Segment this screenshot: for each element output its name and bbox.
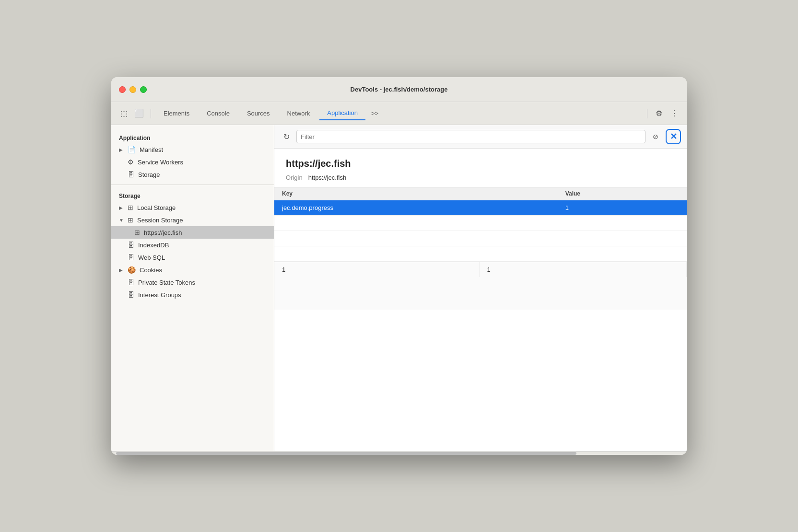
refresh-button[interactable]: ↻ (280, 130, 293, 143)
sidebar-item-cookies[interactable]: ▶ 🍪 Cookies (111, 264, 274, 276)
origin-header: https://jec.fish Origin https://jec.fish (274, 149, 687, 187)
sidebar-label-service-workers: Service Workers (138, 159, 183, 166)
origin-label: Origin (286, 174, 303, 181)
cursor-icon[interactable]: ⬚ (117, 107, 130, 120)
clear-filter-button[interactable]: ⊘ (649, 130, 662, 143)
cell-empty-value (558, 216, 687, 231)
content-body: https://jec.fish Origin https://jec.fish… (274, 149, 687, 451)
tab-sources[interactable]: Sources (239, 107, 278, 120)
content-toolbar: ↻ ⊘ ✕ (274, 125, 687, 149)
data-table: Key Value jec.demo.progress 1 (274, 187, 687, 262)
origin-title: https://jec.fish (286, 158, 675, 169)
sidebar-item-private-state-tokens[interactable]: 🗄 Private State Tokens (111, 276, 274, 289)
col-header-value: Value (558, 187, 687, 200)
web-sql-icon: 🗄 (128, 254, 134, 261)
bottom-cell-1: 1 (274, 262, 479, 277)
bottom-panel: 1 1 (274, 262, 687, 310)
more-options-icon[interactable]: ⋮ (668, 107, 681, 120)
traffic-lights (119, 86, 147, 93)
table-row-empty-1[interactable] (274, 216, 687, 231)
cell-empty-value2 (558, 231, 687, 246)
origin-row: Origin https://jec.fish (286, 174, 675, 181)
settings-icon[interactable]: ⚙ (652, 107, 666, 120)
toolbar-separator (151, 109, 151, 118)
manifest-icon: 📄 (128, 146, 136, 153)
tab-console[interactable]: Console (199, 107, 237, 120)
scrollbar-thumb[interactable] (116, 452, 576, 455)
sidebar-label-storage: Storage (138, 171, 160, 178)
expand-arrow-local-storage: ▶ (119, 205, 124, 210)
toolbar-right: ⚙ ⋮ (644, 107, 681, 120)
cell-value: 1 (558, 200, 687, 216)
bottom-cell-2: 1 (479, 262, 686, 277)
sidebar-separator (111, 185, 274, 185)
close-button[interactable] (119, 86, 126, 93)
toolbar-separator-right (647, 109, 647, 118)
expand-arrow-manifest: ▶ (119, 147, 124, 152)
device-icon[interactable]: ⬜ (132, 107, 146, 120)
interest-groups-icon: 🗄 (128, 291, 134, 299)
sidebar-label-session-storage: Session Storage (137, 217, 183, 224)
maximize-button[interactable] (140, 86, 147, 93)
sidebar-item-service-workers[interactable]: ⚙ Service Workers (111, 156, 274, 168)
local-storage-icon: ⊞ (128, 204, 133, 211)
sidebar-label-indexed-db: IndexedDB (138, 242, 169, 249)
scrollbar-area (111, 451, 687, 455)
content-area: ↻ ⊘ ✕ https://jec.fish Origin https://je… (274, 125, 687, 451)
tab-more[interactable]: >> (367, 107, 382, 120)
sidebar-item-session-storage[interactable]: ▼ ⊞ Session Storage (111, 214, 274, 226)
sidebar-label-private-state-tokens: Private State Tokens (138, 279, 195, 286)
cell-empty (274, 216, 558, 231)
cell-key: jec.demo.progress (274, 200, 558, 216)
table-row-empty-3[interactable] (274, 246, 687, 262)
sidebar-item-manifest[interactable]: ▶ 📄 Manifest (111, 143, 274, 156)
jec-fish-icon: ⊞ (134, 229, 140, 236)
table-row[interactable]: jec.demo.progress 1 (274, 200, 687, 216)
sidebar-item-storage-app[interactable]: 🗄 Storage (111, 168, 274, 181)
table-container: Key Value jec.demo.progress 1 (274, 187, 687, 262)
sidebar-item-interest-groups[interactable]: 🗄 Interest Groups (111, 289, 274, 301)
close-filter-button[interactable]: ✕ (666, 129, 681, 144)
storage-app-icon: 🗄 (128, 171, 134, 178)
sidebar-label-cookies: Cookies (140, 266, 162, 274)
expand-arrow-session-storage: ▼ (119, 218, 124, 223)
window-title: DevTools - jec.fish/demo/storage (351, 86, 448, 93)
filter-input[interactable] (296, 130, 645, 143)
cell-empty2 (274, 231, 558, 246)
sidebar-item-local-storage[interactable]: ▶ ⊞ Local Storage (111, 201, 274, 214)
indexed-db-icon: 🗄 (128, 241, 134, 249)
title-bar: DevTools - jec.fish/demo/storage (111, 77, 687, 102)
table-header: Key Value (274, 187, 687, 200)
sidebar-label-manifest: Manifest (140, 146, 163, 153)
private-state-tokens-icon: 🗄 (128, 278, 134, 286)
col-header-key: Key (274, 187, 558, 200)
cell-empty3 (274, 246, 558, 262)
tab-network[interactable]: Network (280, 107, 318, 120)
devtools-window: DevTools - jec.fish/demo/storage ⬚ ⬜ Ele… (111, 77, 687, 455)
main-container: Application ▶ 📄 Manifest ⚙ Service Worke… (111, 125, 687, 451)
sidebar-label-interest-groups: Interest Groups (138, 291, 181, 299)
sidebar-label-jec-fish: https://jec.fish (144, 229, 182, 236)
sidebar-section-storage: Storage (111, 189, 274, 201)
table-row-empty-2[interactable] (274, 231, 687, 246)
sidebar-item-jec-fish[interactable]: ⊞ https://jec.fish (111, 226, 274, 239)
origin-value: https://jec.fish (308, 174, 346, 181)
service-workers-icon: ⚙ (128, 158, 134, 166)
tab-elements[interactable]: Elements (156, 107, 197, 120)
cookies-icon: 🍪 (128, 266, 136, 274)
expand-arrow-cookies: ▶ (119, 267, 124, 273)
minimize-button[interactable] (129, 86, 136, 93)
sidebar-label-local-storage: Local Storage (137, 204, 176, 211)
sidebar: Application ▶ 📄 Manifest ⚙ Service Worke… (111, 125, 274, 451)
devtools-toolbar: ⬚ ⬜ Elements Console Sources Network App… (111, 102, 687, 125)
session-storage-icon: ⊞ (128, 216, 133, 224)
bottom-row: 1 1 (274, 262, 687, 277)
sidebar-item-indexed-db[interactable]: 🗄 IndexedDB (111, 239, 274, 251)
sidebar-label-web-sql: Web SQL (138, 254, 165, 261)
table-body: jec.demo.progress 1 (274, 200, 687, 262)
sidebar-item-web-sql[interactable]: 🗄 Web SQL (111, 251, 274, 264)
tab-application[interactable]: Application (319, 106, 365, 120)
sidebar-section-application: Application (111, 131, 274, 143)
bottom-table: 1 1 (274, 262, 687, 277)
cell-empty-value3 (558, 246, 687, 262)
